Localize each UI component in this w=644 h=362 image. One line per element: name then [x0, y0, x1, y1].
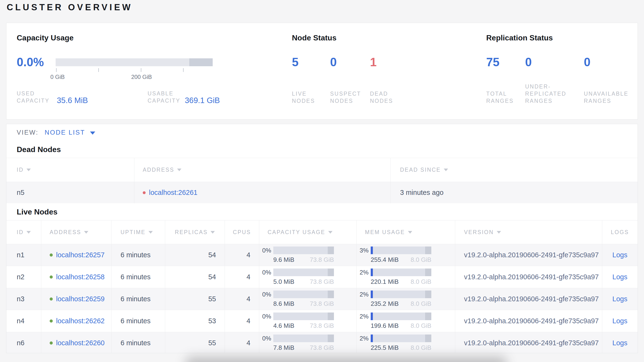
dead-node-row: n5 localhost:26261 3 minutes ago — [6, 182, 638, 203]
under-replicated-ranges-label: UNDER-REPLICATED RANGES — [525, 83, 584, 104]
mem-bar — [371, 290, 431, 298]
capacity-total-value: 73.8 GiB — [310, 256, 334, 264]
node-id-cell: n5 — [6, 182, 134, 203]
dead-nodes-header-row: ID ADDRESS DEAD SINCE — [6, 158, 638, 182]
logs-cell: Logs — [602, 288, 638, 310]
cpus-cell: 4 — [225, 288, 259, 310]
logs-link[interactable]: Logs — [612, 251, 628, 259]
logs-link[interactable]: Logs — [612, 339, 628, 347]
replicas-cell: 55 — [165, 332, 225, 353]
uptime-cell: 6 minutes — [112, 310, 165, 332]
used-capacity-label: USED CAPACITY — [17, 90, 57, 104]
cluster-summary-card: Capacity Usage 0.0% 0 GiB 200 GiB USED C… — [6, 23, 638, 120]
column-header-uptime[interactable]: UPTIME — [112, 221, 165, 244]
column-header-label: CPUS — [233, 229, 251, 236]
capacity-usage-section: Capacity Usage 0.0% 0 GiB 200 GiB USED C… — [17, 23, 279, 119]
dead-nodes-table: ID ADDRESS DEAD SINCE n5 localhost:26261… — [6, 158, 638, 203]
sort-arrow-icon — [84, 231, 88, 234]
view-selector-dropdown[interactable]: NODE LIST — [45, 129, 95, 136]
node-id-cell: n3 — [6, 288, 41, 310]
column-header-label: ADDRESS — [143, 167, 174, 173]
sort-arrow-icon — [210, 231, 215, 234]
logs-cell: Logs — [602, 310, 638, 332]
capacity-usage-bar — [56, 58, 213, 66]
mem-bar — [371, 312, 431, 320]
live-status-dot-icon — [50, 253, 53, 257]
column-header-id[interactable]: ID — [6, 158, 134, 182]
node-id-cell: n6 — [6, 332, 41, 353]
mem-total-value: 8.0 GiB — [410, 256, 431, 264]
capacity-usage-cell: 0% 9.6 MiB 73.8 GiB — [259, 244, 356, 266]
column-header-address[interactable]: ADDRESS — [41, 221, 112, 244]
capacity-used-value: 8.6 MiB — [273, 300, 294, 307]
under-replicated-ranges-count: 0 — [525, 55, 584, 69]
node-address-link[interactable]: localhost:26260 — [56, 339, 104, 347]
node-address-cell: localhost:26258 — [41, 266, 112, 288]
mem-usage-cell: 3% 255.4 MiB 8.0 GiB — [356, 244, 455, 266]
column-header-dead-since[interactable]: DEAD SINCE — [390, 158, 638, 182]
capacity-bar-reserved-segment — [189, 58, 213, 66]
node-address-cell: localhost:26261 — [134, 182, 390, 203]
capacity-percent: 0% — [259, 269, 271, 276]
axis-tick-label-0: 0 GiB — [50, 74, 65, 80]
capacity-bar-reserved-segment — [328, 269, 334, 276]
node-id-cell: n1 — [6, 244, 41, 266]
capacity-usage-cell: 0% 5.0 MiB 73.8 GiB — [259, 266, 356, 288]
view-selected-value: NODE LIST — [45, 129, 85, 136]
live-node-row: n4 localhost:26262 6 minutes 53 4 0% — [6, 310, 638, 332]
node-status-section: Node Status 5 0 1 LIVE NODES SUSPECT NOD… — [292, 23, 473, 119]
column-header-label: LOGS — [611, 229, 629, 236]
node-address-link[interactable]: localhost:26257 — [56, 251, 104, 259]
live-node-row: n2 localhost:26258 6 minutes 54 4 0% — [6, 266, 638, 288]
column-header-label: DEAD SINCE — [400, 167, 441, 173]
mem-percent: 2% — [356, 313, 368, 320]
node-id-cell: n4 — [6, 310, 41, 332]
used-capacity-stat: USED CAPACITY 35.6 MiB — [17, 90, 88, 104]
node-id-cell: n2 — [6, 266, 41, 288]
axis-tick — [183, 68, 184, 72]
uptime-cell: 6 minutes — [112, 244, 165, 266]
logs-link[interactable]: Logs — [612, 295, 628, 303]
view-label: VIEW: — [17, 129, 38, 136]
column-header-capacity-usage[interactable]: CAPACITY USAGE — [259, 221, 356, 244]
sort-arrow-icon — [497, 231, 501, 234]
mem-bar-fill — [371, 269, 373, 276]
capacity-bar-reserved-segment — [328, 312, 334, 320]
mem-bar — [371, 334, 431, 342]
column-header-address[interactable]: ADDRESS — [134, 158, 390, 182]
column-header-replicas[interactable]: REPLICAS — [165, 221, 225, 244]
capacity-total-value: 73.8 GiB — [310, 344, 334, 351]
column-header-id[interactable]: ID — [6, 221, 41, 244]
node-address-link[interactable]: localhost:26258 — [56, 273, 104, 281]
column-header-version[interactable]: VERSION — [455, 221, 602, 244]
mem-used-value: 225.5 MiB — [371, 344, 398, 351]
axis-tick-label-200: 200 GiB — [131, 74, 152, 80]
node-address-link[interactable]: localhost:26262 — [56, 317, 104, 325]
sort-arrow-icon — [26, 231, 31, 234]
live-status-dot-icon — [50, 341, 53, 344]
version-cell: v19.2.0-alpha.20190606-2491-gfe735c9a97 — [455, 244, 602, 266]
replication-status-section: Replication Status 75 0 0 TOTAL RANGES U… — [486, 23, 634, 119]
replication-status-title: Replication Status — [486, 34, 553, 42]
mem-bar — [371, 269, 431, 276]
column-header-cpus[interactable]: CPUS — [225, 221, 259, 244]
replicas-cell: 55 — [165, 288, 225, 310]
version-cell: v19.2.0-alpha.20190606-2491-gfe735c9a97 — [455, 332, 602, 353]
node-address-cell: localhost:26257 — [41, 244, 112, 266]
live-status-dot-icon — [50, 297, 53, 301]
sort-arrow-icon — [444, 168, 448, 171]
capacity-bar — [273, 334, 334, 342]
live-status-dot-icon — [50, 319, 53, 322]
replicas-cell: 54 — [165, 244, 225, 266]
node-status-title: Node Status — [292, 34, 336, 42]
logs-link[interactable]: Logs — [612, 273, 628, 281]
node-address-link[interactable]: localhost:26261 — [149, 189, 198, 197]
capacity-usage-bar-chart: 0 GiB 200 GiB — [56, 58, 213, 66]
node-address-link[interactable]: localhost:26259 — [56, 295, 104, 303]
logs-link[interactable]: Logs — [612, 317, 628, 325]
column-header-mem-usage[interactable]: MEM USAGE — [356, 221, 455, 244]
mem-usage-cell: 2% 225.5 MiB 8.0 GiB — [356, 332, 455, 353]
capacity-bar-reserved-segment — [328, 290, 334, 298]
mem-bar-reserved-segment — [425, 290, 431, 298]
suspect-nodes-label: SUSPECT NODES — [330, 90, 370, 104]
